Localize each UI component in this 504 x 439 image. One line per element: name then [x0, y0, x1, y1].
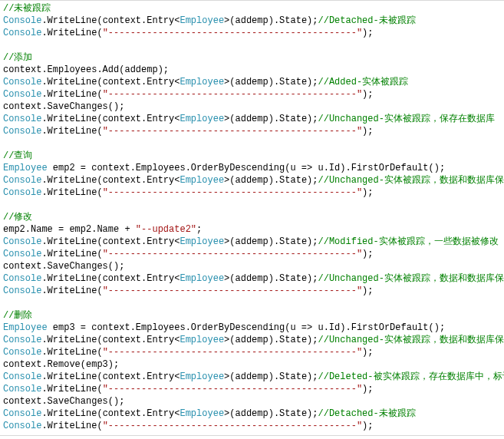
stmt-remove: context.Remove(emp3);	[3, 359, 119, 370]
comment-deleted: //Deleted-被实体跟踪，存在数据库中，标记为要删除了	[318, 371, 505, 382]
comment-unchanged-saved: //Unchanged-实体被跟踪，保存在数据库	[318, 114, 495, 124]
comment-detached: //Detached-未被跟踪	[318, 15, 416, 26]
stmt-savechanges-2: context.SaveChanges();	[3, 261, 124, 272]
comment-unchanged-sync-2: //Unchanged-实体被跟踪，数据和数据库保持一致	[318, 273, 505, 284]
comment-delete-header: //删除	[3, 310, 32, 321]
comment-query-header: //查询	[3, 150, 32, 161]
stmt-savechanges: context.SaveChanges();	[3, 101, 124, 112]
comment-untracked-header: //未被跟踪	[3, 3, 51, 14]
comment-detached-2: //Detached-未被跟踪	[318, 408, 416, 419]
stmt-savechanges-3: context.SaveChanges();	[3, 396, 124, 407]
comment-unchanged-sync-1: //Unchanged-实体被跟踪，数据和数据库保持一致	[318, 175, 505, 186]
stmt-add: context.Employees.Add(addemp);	[3, 64, 169, 75]
comment-add-header: //添加	[3, 52, 32, 63]
comment-added: //Added-实体被跟踪	[318, 77, 409, 87]
comment-modified: //Modified-实体被跟踪，一些数据被修改	[318, 236, 499, 247]
comment-unchanged-sync-3: //Unchanged-实体被跟踪，数据和数据库保持一致	[318, 335, 505, 345]
stmt-emp3-decl: emp3 = context.Employees.OrderByDescendi…	[48, 322, 445, 333]
code-block: //未被跟踪 Console.WriteLine(context.Entry<E…	[0, 1, 504, 435]
comment-modify-header: //修改	[3, 212, 32, 223]
stmt-emp2-decl: emp2 = context.Employees.OrderByDescendi…	[48, 163, 445, 173]
